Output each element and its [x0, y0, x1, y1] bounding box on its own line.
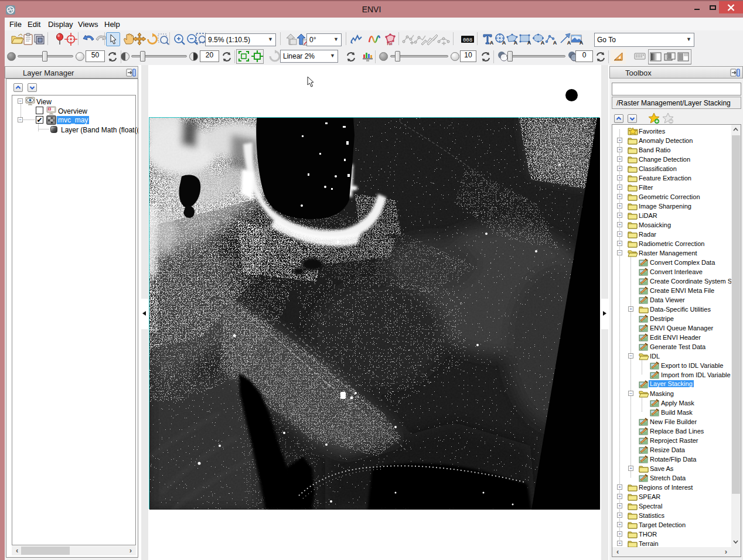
svg-text:A: A [514, 40, 518, 46]
svg-text:008: 008 [463, 37, 472, 43]
svg-text:A: A [527, 40, 531, 46]
svg-text:roi: roi [387, 42, 393, 46]
svg-text:A: A [553, 40, 557, 46]
svg-text:A: A [580, 40, 584, 46]
